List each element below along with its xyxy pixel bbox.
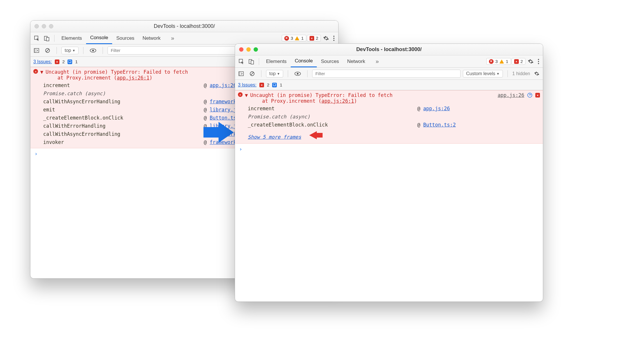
- devtools-window-after: DevTools - localhost:3000/ Elements Cons…: [235, 44, 543, 302]
- highlight-arrow-icon: [309, 131, 317, 139]
- show-more-frames: Show 5 more frames: [248, 131, 540, 140]
- levels-label: Custom levels: [466, 71, 495, 76]
- frame-fn: callWithAsyncErrorHandling: [43, 131, 199, 137]
- issue-counter[interactable]: 2: [307, 35, 321, 41]
- kebab-icon[interactable]: [536, 57, 541, 66]
- console-prompt[interactable]: ›: [235, 144, 543, 154]
- zoom-dot[interactable]: [49, 24, 53, 28]
- inspect-icon[interactable]: [32, 34, 41, 42]
- error-icon: ✕: [238, 92, 243, 97]
- issues-flag-count: 2: [267, 82, 269, 87]
- svg-point-16: [538, 61, 539, 62]
- context-label: top: [65, 48, 71, 53]
- hidden-count: 1 hidden: [512, 71, 530, 76]
- issue-counter[interactable]: 2: [512, 58, 525, 65]
- level-selector[interactable]: Custom levels▼: [463, 70, 503, 77]
- settings-icon[interactable]: [526, 57, 535, 66]
- error-warning-counter[interactable]: ✕3 1: [486, 58, 511, 65]
- minimize-dot[interactable]: [246, 47, 251, 52]
- disclosure-triangle[interactable]: ▼: [245, 92, 248, 98]
- window-title: DevTools - localhost:3000/: [235, 46, 543, 53]
- titlebar: DevTools - localhost:3000/: [30, 21, 338, 32]
- flag-count: 2: [521, 59, 523, 64]
- message-icon: ❏: [68, 59, 72, 64]
- frame-fn: callWithErrorHandling: [43, 123, 199, 129]
- message-icon: ❏: [272, 83, 277, 87]
- traffic-lights[interactable]: [235, 47, 258, 52]
- restart-frame-icon[interactable]: [527, 93, 532, 98]
- async-divider: Promise.catch (async): [248, 114, 540, 120]
- sidebar-toggle-icon[interactable]: [237, 70, 245, 77]
- svg-point-11: [92, 50, 94, 51]
- warning-count: 1: [506, 59, 508, 64]
- filter-input[interactable]: [312, 70, 461, 78]
- frame-fn: _createElementBlock.onClick: [248, 122, 412, 128]
- error-at-link[interactable]: app.js:26:1: [117, 75, 150, 81]
- frame-fn: callWithAsyncErrorHandling: [43, 99, 199, 104]
- svg-point-3: [333, 36, 334, 37]
- flag-icon: [310, 36, 314, 41]
- tab-elements[interactable]: Elements: [57, 32, 86, 44]
- close-dot[interactable]: [239, 47, 243, 52]
- tab-sources[interactable]: Sources: [112, 32, 138, 44]
- svg-rect-14: [251, 61, 254, 64]
- more-tabs[interactable]: [369, 55, 385, 67]
- console-output: ✕ ▼ Uncaught (in promise) TypeError: Fai…: [235, 90, 543, 154]
- svg-point-23: [297, 73, 299, 75]
- tab-console[interactable]: Console: [291, 55, 317, 67]
- flag-icon: [514, 59, 519, 64]
- traffic-lights[interactable]: [30, 24, 53, 28]
- show-more-link[interactable]: Show 5 more frames: [248, 134, 301, 140]
- kebab-icon[interactable]: [331, 34, 336, 42]
- main-toolbar: Elements Console Sources Network ✕3 1 2: [30, 32, 338, 44]
- frame-fn: invoker: [43, 139, 199, 145]
- error-icon: ✕: [33, 69, 38, 74]
- live-expression-icon[interactable]: [88, 47, 98, 54]
- svg-line-9: [46, 49, 49, 52]
- tab-elements[interactable]: Elements: [262, 55, 291, 67]
- frame-fn: _createElementBlock.onClick: [43, 115, 199, 121]
- flag-icon[interactable]: [535, 93, 540, 97]
- inspect-icon[interactable]: [237, 57, 246, 66]
- frame-fn: increment: [43, 82, 199, 88]
- tab-sources[interactable]: Sources: [317, 55, 343, 67]
- svg-rect-19: [239, 72, 240, 76]
- panel-tabs: Elements Console Sources Network: [262, 55, 385, 67]
- live-expression-icon[interactable]: [293, 70, 303, 77]
- context-selector[interactable]: top▼: [61, 47, 79, 54]
- error-message: Uncaught (in promise) TypeError: Failed …: [250, 92, 392, 98]
- svg-point-15: [538, 59, 539, 60]
- issues-link[interactable]: 3 Issues:: [33, 59, 52, 64]
- issues-msg-count: 1: [280, 82, 282, 87]
- warning-count: 1: [301, 36, 303, 41]
- issues-link[interactable]: 3 Issues:: [238, 82, 256, 88]
- clear-console-icon[interactable]: [248, 70, 256, 77]
- warning-icon: [499, 59, 504, 64]
- issues-flag-count: 2: [62, 59, 65, 64]
- disclosure-triangle[interactable]: ▼: [40, 69, 43, 75]
- error-warning-counter[interactable]: ✕3 1: [282, 35, 306, 41]
- stack-frames: increment @ app.js:26 Promise.catch (asy…: [248, 106, 540, 128]
- error-icon: ✕: [489, 59, 494, 64]
- context-selector[interactable]: top▼: [266, 70, 283, 77]
- minimize-dot[interactable]: [42, 24, 46, 28]
- clear-console-icon[interactable]: [43, 47, 52, 54]
- tab-network[interactable]: Network: [343, 55, 369, 67]
- more-tabs[interactable]: [165, 32, 181, 44]
- error-at-line: at Proxy.increment (app.js:26:1): [250, 98, 392, 104]
- settings-icon[interactable]: [321, 34, 331, 42]
- console-subbar: top▼ Custom levels▼ 1 hidden: [235, 68, 543, 80]
- svg-point-4: [333, 38, 334, 39]
- main-toolbar: Elements Console Sources Network ✕3 1 2: [235, 55, 543, 68]
- error-at-link[interactable]: app.js:26:1: [321, 98, 354, 104]
- zoom-dot[interactable]: [254, 47, 258, 52]
- sidebar-toggle-icon[interactable]: [32, 47, 41, 54]
- tab-network[interactable]: Network: [139, 32, 165, 44]
- error-source-link[interactable]: app.js:26: [498, 92, 524, 98]
- svg-point-17: [538, 63, 539, 64]
- device-icon[interactable]: [42, 34, 51, 42]
- tab-console[interactable]: Console: [86, 32, 112, 44]
- device-icon[interactable]: [247, 57, 256, 66]
- settings-icon[interactable]: [532, 70, 541, 77]
- close-dot[interactable]: [34, 24, 39, 28]
